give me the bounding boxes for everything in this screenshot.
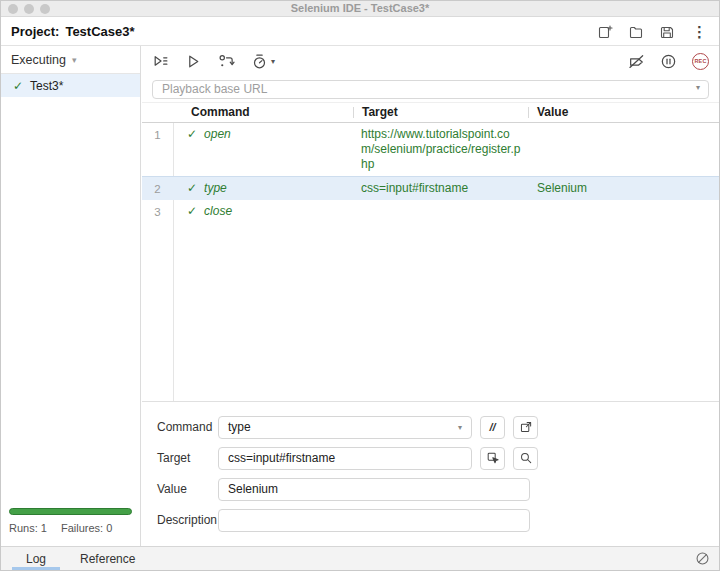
command-cell: type [204,181,227,196]
command-passed-check-icon: ✓ [187,181,197,196]
row-number: 3 [142,200,173,219]
playback-url-row: ▾ [142,76,719,102]
command-table-header: Command Target Value [142,102,719,123]
clear-log-icon[interactable] [695,551,710,566]
tab-reference[interactable]: Reference [63,547,152,570]
maximize-window-button[interactable] [40,4,50,14]
test-passed-check-icon: ✓ [13,79,23,93]
command-select-value: type [228,420,251,434]
target-cell: https://www.tutorialspoint.com/selenium/… [353,123,529,176]
target-cell [353,200,529,208]
value-cell [529,123,719,131]
more-menu-icon[interactable]: ⋮ [690,24,709,39]
chevron-down-icon: ▾ [271,57,275,66]
open-project-icon[interactable] [628,24,644,40]
column-header-value: Value [528,103,719,122]
project-name: TestCase3* [65,24,134,39]
sidebar-item-test3[interactable]: ✓ Test3* [1,74,140,97]
failures-count: Failures: 0 [61,522,112,534]
test-progress-bar [9,508,132,515]
table-row[interactable]: 3 ✓ close [142,200,719,223]
step-over-icon[interactable] [218,53,235,70]
pause-on-exceptions-icon[interactable] [660,53,677,70]
description-input[interactable] [218,509,530,532]
target-field-label: Target [152,451,218,465]
command-select[interactable]: type ▾ [218,416,472,439]
tests-sidebar: Executing ▾ ✓ Test3* Runs: 1 Failures: 0 [1,46,141,546]
run-all-tests-icon[interactable] [152,53,169,70]
project-bar: Project: TestCase3* ⋮ [1,18,719,46]
save-project-icon[interactable] [659,24,675,40]
target-input[interactable] [218,447,472,470]
selenium-ide-window: Selenium IDE - TestCase3* Project: TestC… [0,0,720,571]
command-edit-form: Command type ▾ // Target [142,401,719,546]
select-target-in-page-icon[interactable] [480,447,505,470]
window-title: Selenium IDE - TestCase3* [1,1,719,16]
row-number: 1 [142,123,173,142]
value-field-label: Value [152,482,218,496]
playback-base-url-input[interactable] [152,80,709,99]
disable-breakpoints-icon[interactable] [628,53,645,70]
table-row-selected[interactable]: 2 ✓ type css=input#firstname Selenium [142,176,719,200]
column-header-target: Target [353,103,528,122]
column-header-command: Command [142,103,353,122]
close-window-button[interactable] [8,4,18,14]
find-target-icon[interactable] [513,447,538,470]
test-speed-control[interactable]: ▾ [251,53,275,70]
toggle-comment-button[interactable]: // [480,416,505,439]
tests-filter-label: Executing [11,53,66,67]
playback-toolbar: ▾ REC [142,46,719,76]
command-passed-check-icon: ✓ [187,127,197,142]
command-field-label: Command [152,420,218,434]
chevron-down-icon: ▾ [458,423,462,432]
speed-timer-icon [251,53,268,70]
command-cell: open [204,127,231,142]
traffic-lights [8,4,50,14]
run-stats: Runs: 1 Failures: 0 [9,522,112,534]
command-table: 1 ✓ open https://www.tutorialspoint.com/… [142,123,719,402]
value-input[interactable] [218,478,530,501]
command-passed-check-icon: ✓ [187,204,197,219]
tests-filter-dropdown[interactable]: Executing ▾ [1,46,140,74]
test-name: Test3* [30,79,63,93]
value-cell [529,200,719,208]
command-cell: close [204,204,232,219]
minimize-window-button[interactable] [24,4,34,14]
bottom-tab-bar: Log Reference [1,546,719,570]
target-cell: css=input#firstname [353,177,529,200]
row-number: 2 [142,177,173,196]
value-cell: Selenium [529,177,719,200]
table-row[interactable]: 1 ✓ open https://www.tutorialspoint.com/… [142,123,719,176]
chevron-down-icon[interactable]: ▾ [696,83,700,92]
titlebar: Selenium IDE - TestCase3* [1,1,719,17]
chevron-down-icon: ▾ [72,55,77,65]
description-field-label: Description [152,513,218,527]
tab-log[interactable]: Log [9,547,63,570]
run-current-test-icon[interactable] [185,53,202,70]
new-project-icon[interactable] [597,24,613,40]
runs-count: Runs: 1 [9,522,47,534]
open-reference-window-icon[interactable] [513,416,538,439]
main-content: ▾ REC ▾ Command Target Value [142,46,719,546]
project-label: Project: [11,24,59,39]
record-button[interactable]: REC [692,53,709,70]
